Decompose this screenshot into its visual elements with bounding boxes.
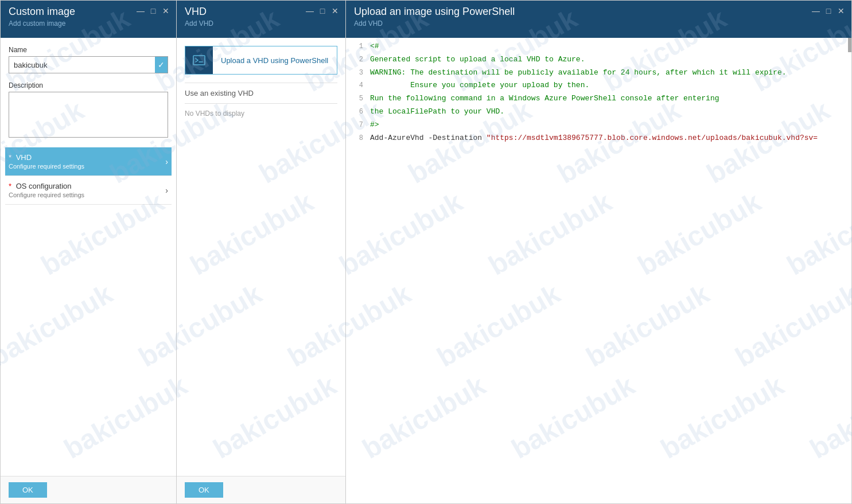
panel-left-subtitle: Add custom image [9, 19, 75, 28]
os-config-chevron-icon: › [165, 186, 168, 195]
svg-rect-0 [193, 56, 205, 65]
code-line-6: 6 the LocalFilePath to your VHD. [346, 106, 851, 119]
close-button-middle[interactable]: ✕ [330, 6, 340, 15]
title-bar-left: Custom image Add custom image — □ ✕ [1, 1, 176, 38]
name-label: Name [9, 46, 168, 54]
panel-middle-footer: OK [177, 476, 345, 503]
vhd-item-content: * VHD Configure required settings [9, 153, 84, 170]
code-line-5: 5 Run the following command in a Windows… [346, 92, 851, 106]
code-editor[interactable]: 1 <# 2 Generated script to upload a loca… [346, 38, 851, 503]
divider-1 [185, 83, 337, 83]
code-line-3: 3 WARNING: The destination will be publi… [346, 67, 851, 80]
maximize-button-left[interactable]: □ [149, 6, 158, 15]
title-bar-controls-left: — □ ✕ [136, 5, 170, 15]
minimize-button-right[interactable]: — [811, 6, 820, 15]
os-config-item-content: * OS configuration Configure required se… [9, 182, 84, 198]
name-input[interactable] [9, 58, 155, 72]
ok-button-middle[interactable]: OK [185, 482, 223, 498]
close-button-left[interactable]: ✕ [161, 6, 170, 15]
vhd-chevron-icon: › [165, 157, 168, 166]
maximize-button-right[interactable]: □ [824, 6, 833, 15]
name-check-icon: ✓ [155, 57, 168, 73]
menu-item-os-config[interactable]: * OS configuration Configure required se… [5, 176, 172, 205]
panel-middle-title: VHD [185, 5, 213, 18]
ok-button-left[interactable]: OK [9, 482, 47, 498]
panel-powershell: Upload an image using PowerShell Add VHD… [346, 0, 852, 504]
title-bar-controls-middle: — □ ✕ [305, 5, 340, 15]
upload-button-label: Upload a VHD using PowerShell [213, 56, 336, 65]
divider-2 [185, 103, 337, 104]
panel-middle-subtitle: Add VHD [185, 19, 213, 28]
panel-vhd: VHD Add VHD — □ ✕ Upload a VHD usin [177, 0, 346, 504]
code-line-7: 7 #> [346, 119, 851, 132]
upload-vhd-button[interactable]: Upload a VHD using PowerShell [185, 46, 337, 75]
panel-right-title: Upload an image using PowerShell [354, 5, 515, 18]
title-bar-right: Upload an image using PowerShell Add VHD… [346, 1, 851, 38]
title-bar-controls-right: — □ ✕ [811, 5, 846, 15]
code-line-8: 8 Add-AzureVhd -Destination "https://msd… [346, 132, 851, 145]
vhd-item-title: * VHD [9, 153, 84, 162]
use-existing-label: Use an existing VHD [185, 89, 337, 97]
os-config-item-title: * OS configuration [9, 182, 84, 190]
title-bar-content-middle: VHD Add VHD [185, 5, 213, 28]
panel-left-content: Name ✓ Description * VHD Configure requi… [1, 38, 176, 476]
os-config-required-star: * [9, 182, 11, 190]
scrollbar-indicator [848, 38, 851, 52]
vhd-required-star: * [9, 153, 11, 162]
vhd-item-subtitle: Configure required settings [9, 163, 84, 170]
panel-middle-content: Upload a VHD using PowerShell Use an exi… [177, 38, 345, 476]
title-bar-content-left: Custom image Add custom image [9, 5, 75, 28]
code-line-4: 4 Ensure you complete your upload by the… [346, 79, 851, 92]
minimize-button-left[interactable]: — [136, 6, 145, 15]
code-line-1: 1 <# [346, 40, 851, 53]
close-button-right[interactable]: ✕ [837, 6, 846, 15]
windows-container: bakicubuk bakicubuk bakicubuk bakicubuk … [0, 0, 852, 504]
panel-left-title: Custom image [9, 5, 75, 18]
title-bar-content-right: Upload an image using PowerShell Add VHD [354, 5, 515, 28]
description-input[interactable] [9, 92, 168, 138]
os-config-item-subtitle: Configure required settings [9, 192, 84, 198]
title-bar-middle: VHD Add VHD — □ ✕ [177, 1, 345, 38]
no-vhds-text: No VHDs to display [185, 110, 337, 118]
maximize-button-middle[interactable]: □ [318, 6, 327, 15]
description-label: Description [9, 81, 168, 89]
powershell-icon [185, 46, 213, 74]
name-input-wrapper: ✓ [9, 56, 168, 73]
panel-custom-image: Custom image Add custom image — □ ✕ Name… [0, 0, 177, 504]
code-line-2: 2 Generated script to upload a local VHD… [346, 53, 851, 67]
panel-left-footer: OK [1, 476, 176, 503]
minimize-button-middle[interactable]: — [305, 6, 314, 15]
panel-right-subtitle: Add VHD [354, 19, 515, 28]
menu-item-vhd[interactable]: * VHD Configure required settings › [5, 147, 172, 176]
